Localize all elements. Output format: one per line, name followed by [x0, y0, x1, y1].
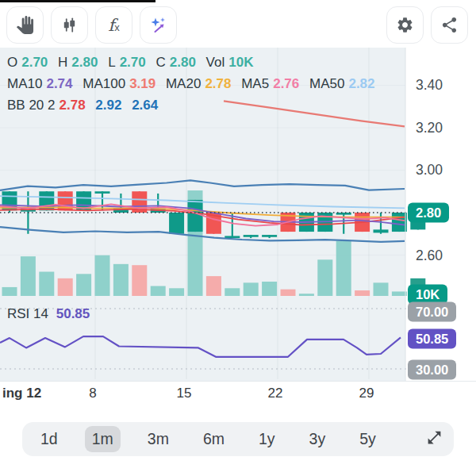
candles: [2, 191, 426, 238]
overlay-BB-upper: [0, 180, 405, 190]
expand-icon: [426, 429, 443, 449]
date-tick: 15: [177, 386, 192, 401]
pan-button[interactable]: [6, 6, 44, 44]
chart-style-button[interactable]: [51, 6, 88, 44]
ai-trend-button[interactable]: [140, 6, 177, 44]
hand-icon: [16, 16, 34, 34]
legend-rsi: RSI 14 50.85: [7, 306, 96, 322]
date-axis: ing 128152229: [0, 381, 476, 405]
legend-bb: BB 20 22.78 2.92 2.64: [7, 94, 382, 116]
top-black-bar: [0, 0, 155, 2]
date-tick: 8: [89, 386, 96, 401]
range-button-6m[interactable]: 6m: [196, 426, 232, 452]
range-button-3m[interactable]: 3m: [140, 426, 176, 452]
legend-ohlc: O2.70 H2.80 L2.70 C2.80 Vol10K: [7, 52, 382, 73]
indicators-button[interactable]: fx: [95, 6, 132, 44]
sparkle-trend-icon: [149, 16, 168, 35]
date-tick: 29: [359, 386, 374, 401]
share-icon: [440, 16, 459, 34]
date-tick: 22: [268, 386, 283, 401]
candlestick-icon: [60, 16, 79, 34]
range-button-1d[interactable]: 1d: [33, 426, 65, 452]
range-toolbar: 1d 1m 3m 6m 1y 3y 5y: [22, 422, 454, 456]
rsi-line: [0, 336, 401, 357]
share-button[interactable]: [431, 6, 468, 44]
range-button-3y[interactable]: 3y: [302, 426, 333, 452]
chart-area: O2.70 H2.80 L2.70 C2.80 Vol10K MA102.74 …: [0, 48, 476, 381]
legend-ma: MA102.74 MA1003.19 MA202.78 MA52.76 MA50…: [7, 73, 382, 94]
function-icon: fx: [108, 16, 119, 35]
indicator-legend: O2.70 H2.80 L2.70 C2.80 Vol10K MA102.74 …: [7, 52, 382, 116]
range-button-1m[interactable]: 1m: [85, 426, 121, 452]
fullscreen-button[interactable]: [426, 429, 443, 449]
date-tick: ing 12: [2, 386, 41, 401]
settings-button[interactable]: [386, 6, 424, 44]
range-button-5y[interactable]: 5y: [352, 426, 383, 452]
gear-icon: [396, 16, 414, 34]
top-toolbar: fx: [0, 6, 476, 44]
range-button-1y[interactable]: 1y: [251, 426, 282, 452]
